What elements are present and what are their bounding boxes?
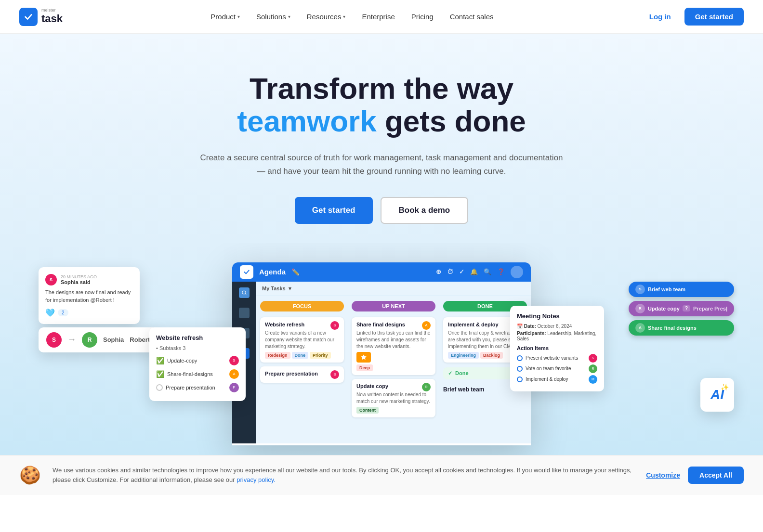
my-tasks-bar: My Tasks ▾: [256, 282, 531, 296]
sidebar-home[interactable]: [239, 308, 250, 318]
ai-icon-container: AI ✨: [710, 387, 724, 402]
action-items-title: Action Items: [517, 345, 597, 351]
check-done-icon: ✅: [156, 357, 164, 364]
meeting-title: Meeting Notes: [517, 312, 597, 320]
nav-actions: Log in Get started: [642, 8, 744, 26]
subtask-title: Website refresh: [156, 334, 239, 341]
assign-from-avatar: S: [46, 332, 62, 348]
circle-check-icon: [517, 355, 523, 361]
svg-marker-2: [361, 354, 367, 360]
nav-contact[interactable]: Contact sales: [443, 9, 500, 25]
task-assignee: A: [422, 321, 431, 330]
circle-check-icon: [517, 366, 523, 372]
accept-all-button[interactable]: Accept All: [688, 467, 744, 484]
subtask-item-3: Prepare presentation P: [156, 381, 239, 394]
chip-input-indicator: ?: [683, 305, 690, 311]
comment-card: S 20 MINUTES AGO Sophia said The designs…: [39, 267, 140, 324]
logo-icon: [19, 8, 38, 26]
task-assignee: S: [330, 321, 339, 330]
logo-sub: meister: [41, 8, 63, 13]
subtask-avatar: P: [229, 383, 239, 392]
sophia-avatar: S: [45, 274, 57, 285]
task-title: Prepare presentation: [265, 371, 318, 376]
subtask-item-2: ✅ Share-final-designs A: [156, 367, 239, 381]
action-avatar: R: [589, 364, 597, 373]
check-done-icon: ✅: [156, 370, 164, 378]
cookie-banner: 🍪 We use various cookies and similar tec…: [0, 455, 763, 495]
task-title: Share final designs: [356, 322, 405, 327]
logo[interactable]: meister task: [19, 8, 63, 26]
chip-avatar: R: [635, 304, 645, 313]
app-search-icon[interactable]: 🔍: [484, 268, 491, 275]
sparkle-icon: ✨: [721, 383, 729, 391]
comment-user: Sophia said: [61, 279, 97, 285]
app-title: Agenda: [259, 268, 286, 276]
sidebar-search[interactable]: [239, 287, 250, 298]
nav-enterprise[interactable]: Enterprise: [355, 9, 401, 25]
subtask-item-1: ✅ Update-copy S: [156, 354, 239, 367]
tag-content: Content: [356, 407, 379, 414]
chip-share: A Share final designs: [629, 320, 734, 336]
app-help-icon[interactable]: ❓: [497, 268, 505, 275]
app-add-icon[interactable]: ⊕: [436, 268, 441, 275]
meeting-participants: Participants: Leadership, Marketing, Sal…: [517, 331, 597, 341]
subtask-label: Prepare presentation: [166, 385, 215, 390]
privacy-policy-link[interactable]: privacy policy.: [237, 476, 276, 483]
nav-links: Product ▾ Solutions ▾ Resources ▾ Enterp…: [204, 9, 500, 25]
assign-card: S → R Sophia Robert: [39, 327, 158, 352]
cookie-actions: Customize Accept All: [646, 467, 744, 484]
app-check2-icon[interactable]: ✓: [459, 268, 464, 275]
login-button[interactable]: Log in: [642, 9, 679, 25]
app-bell-icon[interactable]: 🔔: [470, 268, 478, 275]
tag-eng: Engineering: [448, 352, 479, 359]
logo-svg: [23, 12, 34, 22]
subtask-count: • Subtasks 3: [156, 345, 239, 351]
chip-brief: S Brief web team: [629, 282, 734, 297]
chevron-down-icon: ▾: [343, 14, 345, 19]
kanban-columns: FOCUS Website refresh S Create two varia…: [256, 296, 531, 443]
tag-redesign: Redesign: [265, 352, 290, 359]
nav-pricing[interactable]: Pricing: [405, 9, 440, 25]
hero-section: Transform the way teamwork gets done Cre…: [0, 34, 763, 243]
app-timer-icon[interactable]: ⏱: [447, 268, 453, 275]
get-started-nav-button[interactable]: Get started: [684, 8, 744, 26]
subtask-card: Website refresh • Subtasks 3 ✅ Update-co…: [149, 327, 246, 401]
task-update-copy: Update copy R Now written content is nee…: [352, 379, 435, 417]
chip-avatar: S: [635, 285, 645, 294]
get-started-hero-button[interactable]: Get started: [295, 197, 373, 224]
comment-text: The designs are now final and ready for …: [45, 288, 133, 304]
app-window: Agenda ✏️ ⊕ ⏱ ✓ 🔔 🔍 ❓: [232, 262, 531, 445]
kanban-chips: S Brief web team R Update copy ? Prepare…: [629, 282, 734, 336]
action-label: Implement & deploy: [526, 376, 568, 382]
nav-solutions[interactable]: Solutions ▾: [250, 9, 297, 25]
nav-product[interactable]: Product ▾: [204, 9, 247, 25]
task-assignee: S: [330, 370, 339, 379]
meeting-date: 📅 Date: October 6, 2024: [517, 324, 597, 329]
navbar: meister task Product ▾ Solutions ▾ Resou…: [0, 0, 763, 34]
chip-cursor: Prepare Pres|: [693, 306, 727, 311]
subtask-label: Share-final-designs: [167, 371, 213, 377]
tag-backlog: Backlog: [480, 352, 503, 359]
app-body: My Tasks ▾ FOCUS Website refresh S Creat…: [232, 282, 531, 443]
cookie-icon: 🍪: [19, 465, 41, 485]
action-item-1: Present website variants S: [517, 353, 597, 363]
task-desc: Create two variants of a new company web…: [265, 330, 339, 350]
book-demo-button[interactable]: Book a demo: [381, 197, 469, 224]
nav-resources[interactable]: Resources ▾: [300, 9, 353, 25]
action-avatar: M: [589, 375, 597, 384]
app-check-icon: [240, 265, 253, 279]
meeting-card: Meeting Notes 📅 Date: October 6, 2024 Pa…: [510, 306, 604, 391]
upnext-column: UP NEXT Share final designs A Linked to …: [348, 296, 439, 443]
circle-check-icon: [517, 376, 523, 382]
chip-label: Share final designs: [648, 325, 697, 331]
comment-time: 20 MINUTES AGO: [61, 274, 97, 279]
customize-button[interactable]: Customize: [646, 471, 680, 479]
task-desc: Linked to this task you can find the wir…: [356, 330, 431, 350]
cookie-text: We use various cookies and similar techn…: [53, 466, 634, 484]
action-item-3: Implement & deploy M: [517, 374, 597, 385]
reaction-count: 2: [58, 309, 68, 316]
assign-arrow: →: [67, 335, 76, 345]
upnext-header: UP NEXT: [352, 301, 435, 311]
assign-to-avatar: R: [82, 332, 97, 348]
assign-from-label: Sophia: [103, 336, 124, 343]
